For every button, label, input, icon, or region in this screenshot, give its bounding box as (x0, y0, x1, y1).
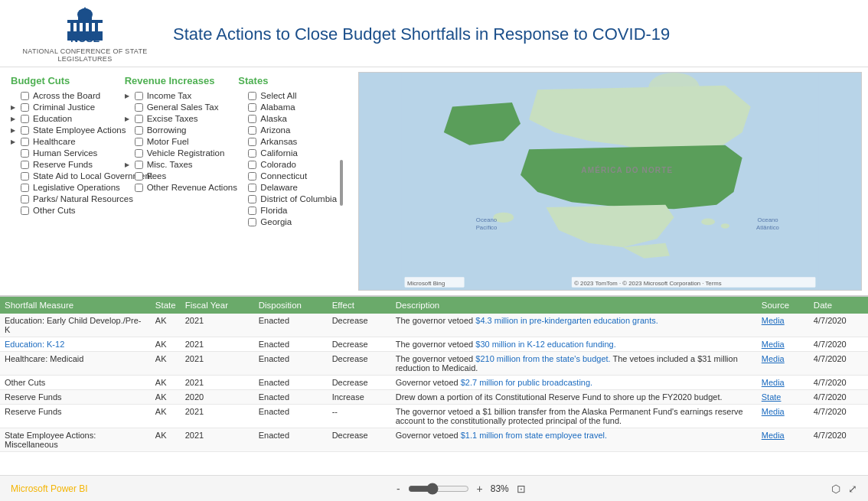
power-bi-link[interactable]: Microsoft Power BI (11, 483, 88, 494)
revenue-item-6[interactable]: ▶ Misc. Taxes (125, 160, 231, 169)
revenue-check-6[interactable] (135, 161, 143, 169)
revenue-check-7[interactable] (135, 172, 143, 181)
state-item-8[interactable]: Delaware (238, 183, 343, 192)
budget-cuts-check-6[interactable] (21, 161, 29, 169)
revenue-check-8[interactable] (135, 184, 143, 192)
budget-cuts-item-5[interactable]: Human Services (11, 148, 117, 158)
state-item-4[interactable]: Arkansas (238, 137, 343, 146)
revenue-item-2[interactable]: ▶ Excise Taxes (125, 114, 231, 123)
budget-cuts-check-3[interactable] (21, 126, 29, 135)
col-header-disposition[interactable]: Disposition (254, 297, 328, 314)
state-check-10[interactable] (248, 207, 256, 215)
revenue-check-1[interactable] (135, 103, 143, 112)
zoom-minus-button[interactable]: - (393, 483, 403, 495)
budget-cuts-item-8[interactable]: Legislative Operations (11, 183, 117, 192)
revenue-check-3[interactable] (135, 126, 143, 135)
share-icon[interactable]: ⬡ (831, 483, 840, 495)
revenue-item-4[interactable]: Motor Fuel (125, 137, 231, 146)
state-check-6[interactable] (248, 161, 256, 169)
zoom-slider[interactable] (408, 483, 469, 495)
cell-source-2[interactable]: Media (757, 352, 809, 376)
budget-cuts-item-4[interactable]: ▶ Healthcare (11, 137, 117, 146)
col-header-measure[interactable]: Shortfall Measure (0, 297, 151, 314)
zoom-plus-button[interactable]: + (474, 483, 486, 495)
col-header-state[interactable]: State (151, 297, 181, 314)
state-item-1[interactable]: Alabama (238, 102, 343, 112)
state-check-7[interactable] (248, 172, 256, 181)
budget-cuts-item-2[interactable]: ▶ Education (11, 114, 117, 123)
budget-cuts-check-2[interactable] (21, 115, 29, 123)
cell-effect-6: Decrease (328, 428, 391, 452)
revenue-check-5[interactable] (135, 149, 143, 158)
revenue-check-0[interactable] (135, 92, 143, 100)
budget-cuts-check-9[interactable] (21, 195, 29, 203)
budget-cuts-check-10[interactable] (21, 207, 29, 215)
svg-rect-5 (95, 22, 98, 33)
state-label-8: Delaware (260, 183, 298, 192)
budget-cuts-check-1[interactable] (21, 103, 29, 112)
state-check-9[interactable] (248, 195, 256, 203)
cell-source-3[interactable]: Media (757, 376, 809, 390)
state-item-5[interactable]: California (238, 148, 343, 158)
col-header-effect[interactable]: Effect (328, 297, 391, 314)
revenue-check-2[interactable] (135, 115, 143, 123)
svg-rect-2 (77, 22, 80, 33)
budget-cuts-label-3: State Employee Actions (33, 125, 126, 135)
revenue-item-8[interactable]: Other Revenue Actions (125, 183, 231, 192)
state-check-0[interactable] (248, 92, 256, 100)
state-item-7[interactable]: Connecticut (238, 171, 343, 181)
state-expand-none-9 (238, 196, 244, 203)
fit-page-icon[interactable]: ⊡ (517, 483, 526, 495)
col-header-date[interactable]: Date (809, 297, 868, 314)
state-check-5[interactable] (248, 149, 256, 158)
revenue-item-1[interactable]: General Sales Tax (125, 102, 231, 112)
state-check-8[interactable] (248, 184, 256, 192)
state-check-3[interactable] (248, 126, 256, 135)
budget-cuts-check-7[interactable] (21, 172, 29, 181)
budget-cuts-item-0[interactable]: Across the Board (11, 91, 117, 100)
col-header-description[interactable]: Description (391, 297, 757, 314)
state-expand-none-2 (238, 115, 244, 122)
budget-cuts-item-7[interactable]: State Aid to Local Government (11, 171, 117, 181)
budget-cuts-check-0[interactable] (21, 92, 29, 100)
budget-cuts-check-5[interactable] (21, 149, 29, 158)
map-svg: AMÉRICA DO NORTE Oceano Pacífico Oceano … (359, 73, 861, 290)
state-item-2[interactable]: Alaska (238, 114, 343, 123)
state-check-11[interactable] (248, 218, 256, 226)
state-item-6[interactable]: Colorado (238, 160, 343, 169)
budget-cuts-item-6[interactable]: Reserve Funds (11, 160, 117, 169)
revenue-check-4[interactable] (135, 138, 143, 146)
revenue-item-0[interactable]: ▶ Income Tax (125, 91, 231, 100)
cell-source-0[interactable]: Media (757, 314, 809, 337)
revenue-item-3[interactable]: Borrowing (125, 125, 231, 135)
states-scroll[interactable]: Select All Alabama Alaska (238, 91, 344, 229)
state-item-11[interactable]: Georgia (238, 217, 343, 226)
col-header-source[interactable]: Source (757, 297, 809, 314)
cell-source-6[interactable]: Media (757, 428, 809, 452)
cell-source-5[interactable]: Media (757, 405, 809, 428)
budget-cuts-item-3[interactable]: ▶ State Employee Actions (11, 125, 117, 135)
budget-cuts-item-9[interactable]: Parks/ Natural Resources (11, 194, 117, 203)
cell-source-4[interactable]: State (757, 390, 809, 405)
budget-cuts-check-4[interactable] (21, 138, 29, 146)
state-check-4[interactable] (248, 138, 256, 146)
svg-text:AMÉRICA DO NORTE: AMÉRICA DO NORTE (581, 165, 673, 174)
state-expand-none-7 (238, 173, 244, 180)
revenue-item-5[interactable]: Vehicle Registration (125, 148, 231, 158)
col-header-year[interactable]: Fiscal Year (181, 297, 254, 314)
state-check-1[interactable] (248, 103, 256, 112)
state-item-0[interactable]: Select All (238, 91, 343, 100)
budget-cuts-item-10[interactable]: Other Cuts (11, 206, 117, 215)
budget-cuts-check-8[interactable] (21, 184, 29, 192)
revenue-item-7[interactable]: Fees (125, 171, 231, 181)
cell-source-1[interactable]: Media (757, 337, 809, 352)
state-item-3[interactable]: Arizona (238, 125, 343, 135)
power-bi-anchor[interactable]: Microsoft Power BI (11, 483, 88, 494)
state-item-10[interactable]: Florida (238, 206, 343, 215)
budget-cuts-item-1[interactable]: ▶ Criminal Justice (11, 102, 117, 112)
fullscreen-icon[interactable]: ⤢ (848, 483, 857, 495)
state-check-2[interactable] (248, 115, 256, 123)
map-container[interactable]: AMÉRICA DO NORTE Oceano Pacífico Oceano … (358, 72, 862, 291)
data-table-wrapper[interactable]: Shortfall Measure State Fiscal Year Disp… (0, 297, 868, 475)
state-item-9[interactable]: District of Columbia (238, 194, 343, 203)
